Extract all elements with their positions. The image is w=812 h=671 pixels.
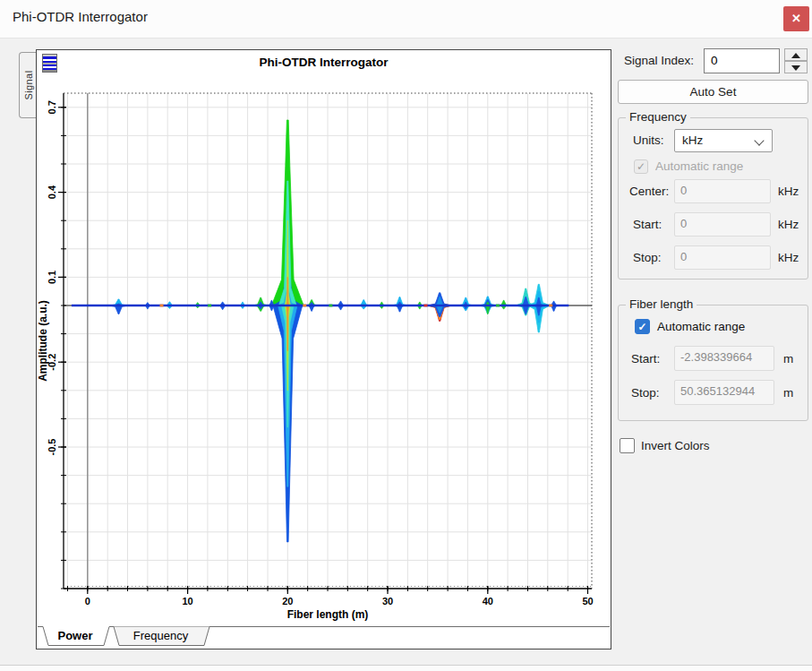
svg-text:20: 20 (282, 596, 293, 606)
close-button[interactable]: ✕ (783, 6, 809, 31)
units-dropdown[interactable]: kHz (674, 129, 773, 152)
units-label: Units: (633, 133, 664, 147)
close-icon: ✕ (791, 12, 801, 25)
spin-up-button[interactable] (784, 48, 808, 61)
arrow-up-icon (791, 53, 800, 58)
window-bottom-edge (0, 665, 812, 671)
tab-power[interactable]: Power (43, 629, 107, 642)
svg-text:0.7: 0.7 (47, 100, 57, 114)
plot-panel: Phi-OTDR Interrogator 0.70.40.1-0.2-0.50… (36, 49, 611, 649)
tab-signal[interactable]: Signal (19, 52, 37, 118)
frequency-auto-range-label: Automatic range (655, 159, 743, 173)
arrow-down-icon (791, 65, 800, 71)
plot-canvas[interactable]: 0.70.40.1-0.2-0.501020304050Fiber length… (37, 50, 611, 649)
fiber-stop-unit: m (783, 386, 793, 400)
frequency-group: Frequency Units: kHz ✓ Automatic range C… (618, 117, 808, 280)
svg-text:50: 50 (582, 596, 593, 606)
fiber-stop-label: Stop: (631, 386, 660, 400)
svg-text:0.1: 0.1 (47, 271, 57, 284)
freq-stop-unit: kHz (778, 251, 799, 264)
units-value: kHz (682, 133, 703, 147)
fiber-auto-range-label: Automatic range (657, 320, 745, 333)
window-title: Phi-OTDR Interrogator (13, 9, 148, 24)
svg-text:Fiber length (m): Fiber length (m) (287, 608, 369, 621)
invert-colors-checkbox[interactable] (620, 438, 635, 453)
fiber-stop-field: 50.365132944 (674, 380, 774, 405)
frequency-group-title: Frequency (626, 110, 690, 124)
signal-index-label: Signal Index: (624, 54, 694, 67)
chevron-down-icon (754, 135, 764, 145)
freq-start-field: 0 (674, 212, 771, 237)
center-label: Center: (629, 185, 669, 198)
svg-text:40: 40 (483, 596, 493, 606)
signal-index-value: 0 (711, 54, 718, 67)
frequency-auto-range-checkbox: ✓ (634, 159, 648, 174)
check-icon: ✓ (636, 320, 649, 334)
center-unit: kHz (778, 185, 799, 198)
fiber-length-group-title: Fiber length (626, 297, 697, 311)
fiber-stop-value: 50.365132944 (680, 384, 755, 398)
signal-index-input[interactable]: 0 (704, 48, 780, 73)
fiber-start-label: Start: (631, 352, 660, 366)
svg-text:30: 30 (382, 596, 393, 606)
freq-stop-value: 0 (680, 250, 687, 263)
tab-frequency[interactable]: Frequency (114, 629, 208, 642)
fiber-length-group: Fiber length ✓ Automatic range Start: -2… (618, 305, 808, 421)
svg-text:10: 10 (182, 596, 192, 606)
svg-text:0.4: 0.4 (47, 185, 57, 199)
freq-start-unit: kHz (778, 218, 799, 231)
fiber-start-field: -2.398339664 (674, 346, 774, 371)
fiber-start-value: -2.398339664 (680, 350, 752, 364)
center-value: 0 (680, 184, 687, 197)
svg-text:0: 0 (85, 596, 90, 606)
check-icon: ✓ (635, 160, 647, 173)
tab-signal-label: Signal (23, 71, 34, 100)
invert-colors-label: Invert Colors (641, 439, 710, 452)
auto-set-button[interactable]: Auto Set (618, 80, 808, 104)
center-field: 0 (674, 179, 771, 203)
freq-stop-field: 0 (674, 245, 771, 270)
freq-start-value: 0 (680, 217, 687, 230)
freq-stop-label: Stop: (633, 251, 662, 264)
svg-text:-0.5: -0.5 (47, 439, 57, 456)
fiber-auto-range-checkbox[interactable]: ✓ (635, 319, 650, 334)
fiber-start-unit: m (783, 352, 793, 366)
svg-text:Amplitude (a.u.): Amplitude (a.u.) (37, 300, 49, 382)
spin-down-button[interactable] (784, 61, 808, 73)
freq-start-label: Start: (633, 218, 662, 231)
